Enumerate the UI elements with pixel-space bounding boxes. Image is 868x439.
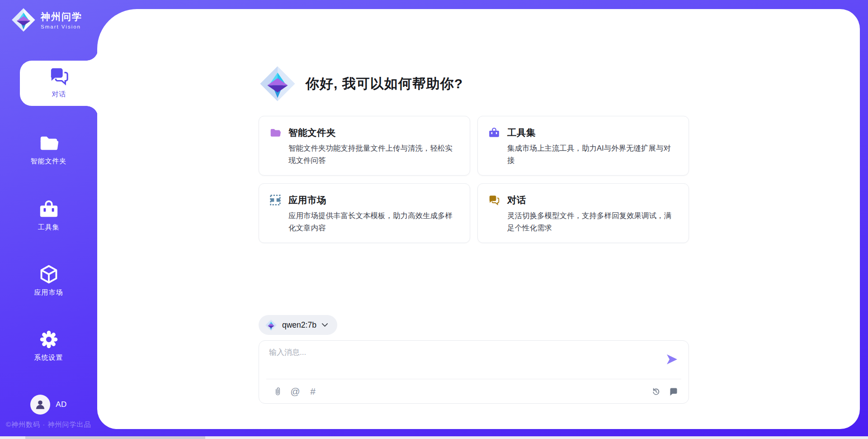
sidebar-item-label: 系统设置 xyxy=(0,353,97,362)
user-initials: AD xyxy=(56,400,67,409)
sidebar-item-label: 对话 xyxy=(20,90,98,99)
sidebar-item-toolset[interactable]: 工具集 xyxy=(0,200,97,232)
card-toolset[interactable]: 工具集 集成市场上主流工具，助力AI与外界无缝扩展与对接 xyxy=(477,116,689,176)
horizontal-scrollbar[interactable] xyxy=(0,436,868,439)
sidebar: 神州问学 Smart Vision 对话 智能文件夹 xyxy=(0,0,97,439)
card-description: 灵活切换多模型文件，支持多样回复效果调试，满足个性化需求 xyxy=(507,210,677,234)
app-window: 神州问学 Smart Vision 对话 智能文件夹 xyxy=(0,0,868,439)
greeting-title: 你好, 我可以如何帮助你? xyxy=(306,75,463,93)
avatar xyxy=(30,395,50,415)
message-composer: @ # xyxy=(259,340,689,404)
card-title: 工具集 xyxy=(507,126,536,139)
scrollbar-thumb[interactable] xyxy=(25,436,205,439)
model-selector[interactable]: qwen2:7b xyxy=(259,315,337,335)
card-description: 集成市场上主流工具，助力AI与外界无缝扩展与对接 xyxy=(507,142,677,167)
greeting: 你好, 我可以如何帮助你? xyxy=(259,65,463,103)
sidebar-item-label: 智能文件夹 xyxy=(0,157,97,166)
composer-toolbar: @ # xyxy=(259,379,689,403)
brand-name: 神州问学 xyxy=(41,10,82,23)
cube-icon xyxy=(38,265,59,284)
card-title: 对话 xyxy=(507,194,526,206)
card-smart-folder[interactable]: 智能文件夹 智能文件夹功能支持批量文件上传与清洗，轻松实现文件问答 xyxy=(259,116,470,176)
model-name: qwen2:7b xyxy=(282,320,316,330)
at-mention-icon[interactable]: @ xyxy=(290,386,300,397)
card-chat[interactable]: 对话 灵活切换多模型文件，支持多样回复效果调试，满足个性化需求 xyxy=(477,183,689,243)
sidebar-item-label: 应用市场 xyxy=(0,288,97,297)
chat-icon xyxy=(488,194,500,206)
chat-icon xyxy=(49,67,70,86)
user-profile[interactable]: AD xyxy=(0,395,97,415)
card-title: 智能文件夹 xyxy=(288,126,336,139)
send-button[interactable] xyxy=(665,353,679,366)
message-input[interactable] xyxy=(269,347,658,373)
chevron-down-icon xyxy=(321,323,328,327)
brand-diamond-icon xyxy=(11,7,36,33)
card-app-market[interactable]: 应用市场 应用市场提供丰富长文本模板，助力高效生成多样化文章内容 xyxy=(259,183,470,243)
sidebar-item-settings[interactable]: 系统设置 xyxy=(0,330,97,362)
brand-diamond-icon xyxy=(259,65,297,103)
brand-subtitle: Smart Vision xyxy=(41,24,82,29)
send-icon xyxy=(665,353,679,366)
person-icon xyxy=(34,399,46,410)
card-title: 应用市场 xyxy=(288,194,326,206)
sidebar-item-label: 工具集 xyxy=(0,223,97,232)
main-panel: 你好, 我可以如何帮助你? 智能文件夹 智能文件夹功能支持批量文件上传与清洗，轻… xyxy=(97,9,860,429)
gear-icon xyxy=(38,330,59,349)
brand-logo: 神州问学 Smart Vision xyxy=(11,7,82,33)
sidebar-item-smart-folder[interactable]: 智能文件夹 xyxy=(0,134,97,166)
card-description: 智能文件夹功能支持批量文件上传与清洗，轻松实现文件问答 xyxy=(288,142,458,167)
card-description: 应用市场提供丰富长文本模板，助力高效生成多样化文章内容 xyxy=(288,210,458,234)
sidebar-item-chat[interactable]: 对话 xyxy=(20,61,98,106)
toolbox-icon xyxy=(488,127,500,138)
grid-icon xyxy=(269,194,281,206)
hash-topic-icon[interactable]: # xyxy=(308,386,318,397)
folder-icon xyxy=(38,134,59,153)
brand-diamond-icon xyxy=(265,319,277,331)
feature-cards: 智能文件夹 智能文件夹功能支持批量文件上传与清洗，轻松实现文件问答 工具集 集成… xyxy=(259,116,689,243)
comment-icon[interactable] xyxy=(669,386,679,397)
toolbox-icon xyxy=(38,200,59,219)
history-icon[interactable] xyxy=(651,386,661,397)
folder-icon xyxy=(269,127,281,138)
copyright-text: ©神州数码 · 神州问学出品 xyxy=(6,420,91,429)
sidebar-item-app-market[interactable]: 应用市场 xyxy=(0,265,97,297)
attachment-icon[interactable] xyxy=(273,386,283,397)
